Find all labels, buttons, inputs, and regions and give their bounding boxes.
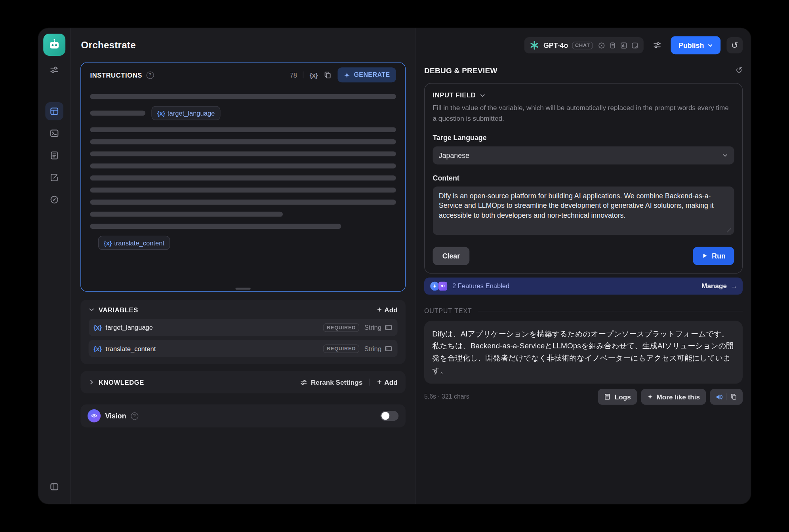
- model-parameters-button[interactable]: [650, 38, 665, 53]
- sidebar-item-terminal[interactable]: [45, 124, 63, 142]
- history-icon: ↺: [731, 40, 738, 51]
- sidebar-nav: [45, 102, 63, 209]
- vision-eye-icon: [88, 409, 101, 422]
- manage-features-button[interactable]: Manage →: [701, 282, 737, 290]
- chevron-down-icon[interactable]: [89, 307, 95, 313]
- read-aloud-button[interactable]: [712, 390, 726, 404]
- copy-output-button[interactable]: [726, 390, 741, 404]
- chevron-down-icon: [479, 92, 485, 98]
- instructions-header: INSTRUCTIONS ? 78 {x}: [90, 63, 396, 87]
- clipboard-icon: [730, 393, 737, 400]
- run-button[interactable]: Run: [693, 247, 734, 265]
- logs-button[interactable]: Logs: [598, 389, 637, 405]
- variable-type: String: [364, 345, 381, 352]
- prompt-skeleton: {x} target_language {x}: [90, 87, 396, 250]
- terminal-icon: [49, 128, 59, 138]
- skeleton-line: [90, 224, 341, 229]
- refresh-icon: ↺: [736, 66, 743, 75]
- chevron-right-icon[interactable]: [89, 379, 95, 385]
- variable-row-translate-content[interactable]: {x} translate_content REQUIRED String: [89, 340, 398, 357]
- output-label: OUTPUT TEXT: [424, 308, 472, 315]
- vision-section: Vision ?: [80, 404, 406, 427]
- text-to-speech-icon: [438, 281, 448, 291]
- input-field-title: INPUT FIELD: [433, 91, 476, 99]
- insert-variable-button[interactable]: {x}: [310, 71, 318, 79]
- sidebar-item-monitoring[interactable]: [45, 190, 63, 209]
- sidebar-item-orchestrate[interactable]: [45, 102, 63, 120]
- equalizer-icon[interactable]: [620, 42, 628, 49]
- logs-label: Logs: [615, 393, 631, 401]
- more-like-this-button[interactable]: More like this: [641, 389, 706, 405]
- target-language-select[interactable]: Japanese: [433, 146, 734, 164]
- input-field-header[interactable]: INPUT FIELD: [433, 91, 734, 99]
- output-meta-row: 5.6s · 321 chars Logs: [424, 389, 743, 405]
- skeleton-line: [90, 200, 396, 205]
- output-actions-group: [710, 389, 743, 405]
- compass-icon: [49, 195, 59, 205]
- clear-button[interactable]: Clear: [433, 247, 470, 265]
- restart-button[interactable]: ↺: [736, 66, 743, 75]
- variable-chip-target-language[interactable]: {x} target_language: [151, 106, 220, 120]
- publish-label: Publish: [678, 41, 704, 49]
- skeleton-line: [90, 188, 396, 193]
- variable-chip-translate-content[interactable]: {x} translate_content: [98, 236, 170, 250]
- sidebar-collapse-button[interactable]: [45, 478, 63, 496]
- variable-chip-label: target_language: [168, 109, 215, 117]
- sliders-icon: [653, 41, 662, 50]
- input-field-icon[interactable]: [385, 323, 393, 331]
- divider: [370, 379, 370, 386]
- plus-icon: +: [377, 306, 382, 314]
- features-banner: 2 Features Enabled Manage →: [424, 277, 743, 294]
- content-textarea[interactable]: Dify is an open-source platform for buil…: [433, 186, 734, 235]
- selected-language: Japanese: [439, 151, 469, 159]
- required-badge: REQUIRED: [323, 344, 359, 353]
- skeleton-line: [90, 139, 396, 144]
- variables-title: VARIABLES: [99, 306, 138, 314]
- debug-panel: GPT-4o CHAT: [416, 28, 751, 504]
- app-logo[interactable]: [43, 34, 65, 56]
- plus-icon: +: [377, 378, 382, 386]
- copy-prompt-button[interactable]: [324, 71, 332, 79]
- variable-icon: {x}: [93, 345, 101, 352]
- add-knowledge-button[interactable]: + Add: [377, 378, 398, 386]
- rerank-icon: [300, 378, 307, 386]
- instructions-panel[interactable]: INSTRUCTIONS ? 78 {x}: [80, 63, 406, 292]
- input-field-description: Fill in the value of the variable, which…: [433, 103, 734, 124]
- file-icon[interactable]: [609, 42, 617, 49]
- publish-button[interactable]: Publish: [671, 36, 720, 54]
- sidebar-item-annotation[interactable]: [45, 169, 63, 187]
- chevron-down-icon: [707, 42, 713, 48]
- history-button[interactable]: ↺: [726, 37, 743, 53]
- sidebar-item-settings[interactable]: [45, 61, 63, 79]
- variable-name: translate_content: [106, 345, 156, 352]
- vision-toggle[interactable]: [380, 411, 398, 421]
- temperature-icon[interactable]: [598, 42, 606, 49]
- divider: [303, 71, 303, 78]
- add-variable-button[interactable]: + Add: [377, 306, 398, 314]
- clipboard-icon: [324, 71, 332, 79]
- help-icon[interactable]: ?: [131, 412, 138, 420]
- output-text: Difyは、AIアプリケーションを構築するためのオープンソースプラットフォームで…: [424, 321, 743, 384]
- divider: [478, 311, 743, 312]
- resize-handle[interactable]: [236, 288, 251, 290]
- help-icon[interactable]: ?: [146, 71, 154, 79]
- rerank-settings-button[interactable]: Rerank Settings: [300, 378, 363, 386]
- input-field-icon[interactable]: [385, 344, 393, 352]
- output-section-header: OUTPUT TEXT: [424, 308, 743, 315]
- vision-title: Vision: [105, 412, 126, 420]
- model-mode-badge: CHAT: [572, 42, 593, 49]
- sidebar-item-logs[interactable]: [45, 146, 63, 165]
- generate-button[interactable]: GENERATE: [338, 67, 396, 82]
- output-stats: 5.6s · 321 chars: [424, 393, 469, 400]
- variable-row-target-language[interactable]: {x} target_language REQUIRED String: [89, 319, 398, 336]
- variable-type: String: [364, 324, 381, 331]
- model-capability-icons: [598, 42, 639, 49]
- edit-icon: [49, 173, 59, 182]
- extension-icon[interactable]: [631, 42, 639, 49]
- generate-label: GENERATE: [354, 71, 390, 78]
- openai-icon: [529, 40, 539, 50]
- knowledge-section: KNOWLEDGE Rerank Settings +: [80, 371, 406, 393]
- model-selector[interactable]: GPT-4o CHAT: [524, 37, 644, 53]
- variable-chip-label: translate_content: [114, 239, 164, 247]
- sliders-icon: [49, 65, 59, 75]
